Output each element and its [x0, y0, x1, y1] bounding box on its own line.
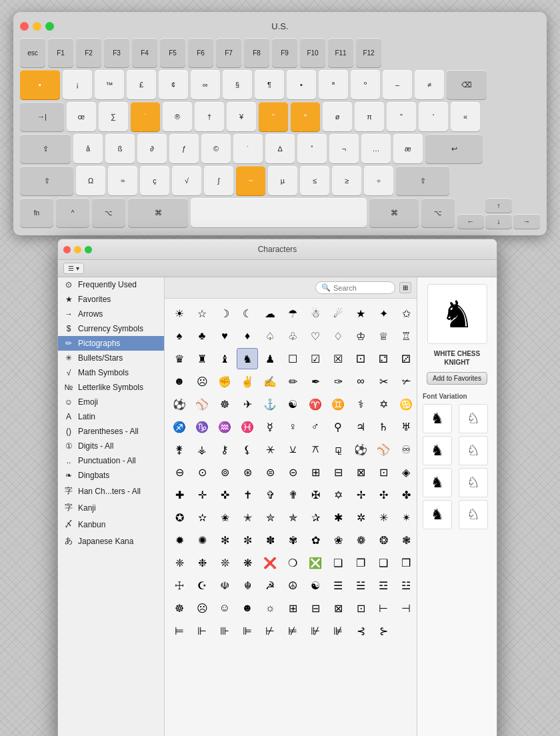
char-cell[interactable]: ❑: [373, 552, 394, 573]
key-space[interactable]: [191, 198, 367, 227]
key-i[interactable]: ^: [291, 102, 320, 131]
char-cell[interactable]: ✫: [191, 507, 213, 528]
char-cell[interactable]: ✤: [395, 484, 417, 505]
key-m[interactable]: µ: [268, 166, 297, 195]
char-cell[interactable]: ☃: [305, 303, 326, 324]
char-cell[interactable]: ⊱: [373, 620, 394, 641]
char-cell[interactable]: ⊚: [214, 461, 235, 483]
char-cell[interactable]: ☐: [282, 348, 303, 369]
char-cell[interactable]: ☯: [282, 393, 303, 415]
key-bracket-l[interactable]: ": [387, 102, 416, 131]
char-cell[interactable]: ✩: [395, 303, 417, 324]
key-7[interactable]: ¶: [255, 70, 284, 99]
char-cell[interactable]: ✛: [191, 484, 213, 505]
char-cell[interactable]: ♢: [327, 325, 349, 347]
char-cell[interactable]: ♃: [350, 416, 371, 437]
char-cell[interactable]: ☸: [214, 393, 235, 415]
key-e[interactable]: ´: [131, 102, 160, 131]
char-cell[interactable]: ⚲: [327, 416, 349, 437]
char-cell[interactable]: ✻: [214, 529, 235, 551]
char-cell[interactable]: ◈: [395, 461, 417, 483]
char-cell[interactable]: ✬: [214, 507, 235, 528]
key-arrow-right[interactable]: →: [513, 214, 540, 229]
char-cell[interactable]: ✲: [350, 507, 371, 528]
search-box[interactable]: 🔍: [315, 281, 395, 294]
char-cell[interactable]: ⊠: [350, 461, 371, 483]
key-shift-r[interactable]: ⇧: [396, 166, 449, 195]
char-cell[interactable]: ♈: [305, 393, 326, 415]
char-cell[interactable]: ⚵: [169, 439, 190, 460]
char-cell[interactable]: ☒: [327, 348, 349, 369]
char-cell[interactable]: ♾: [395, 439, 417, 460]
char-cell[interactable]: ♦: [237, 325, 258, 347]
char-cell[interactable]: ☯: [305, 575, 326, 596]
char-cell[interactable]: ∞: [350, 371, 371, 392]
char-cell[interactable]: ☭: [259, 575, 281, 596]
char-cell[interactable]: ✴: [395, 507, 417, 528]
char-cell[interactable]: ✿: [305, 529, 326, 551]
char-cell[interactable]: ✱: [327, 507, 349, 528]
key-f7[interactable]: F7: [216, 38, 241, 67]
sidebar-item-kanji[interactable]: 字 Kanji: [58, 499, 164, 516]
sidebar-item-emoji[interactable]: ☺ Emoji: [58, 395, 164, 409]
char-cell[interactable]: ♡: [305, 325, 326, 347]
key-tab[interactable]: →|: [20, 102, 64, 131]
key-cmd-l[interactable]: ⌘: [128, 198, 188, 227]
char-cell[interactable]: ✹: [169, 529, 190, 551]
key-6[interactable]: §: [223, 70, 252, 99]
key-esc[interactable]: esc: [20, 38, 45, 67]
key-a[interactable]: å: [73, 134, 103, 163]
key-c[interactable]: ç: [140, 166, 169, 195]
char-cell[interactable]: ☱: [350, 575, 371, 596]
sidebar-item-favorites[interactable]: ★ Favorites: [58, 292, 164, 307]
keyboard-close-button[interactable]: [20, 22, 29, 31]
char-cell[interactable]: ✯: [282, 507, 303, 528]
char-cell[interactable]: ✰: [305, 507, 326, 528]
char-cell[interactable]: ⚂: [395, 348, 417, 369]
char-cell[interactable]: ⊞: [305, 461, 326, 483]
key-u[interactable]: ": [259, 102, 288, 131]
key-v[interactable]: √: [172, 166, 201, 195]
char-cell[interactable]: ⊣: [395, 597, 417, 619]
char-cell[interactable]: ⚹: [259, 439, 281, 460]
char-cell[interactable]: ⊟: [327, 461, 349, 483]
char-cell[interactable]: ❊: [214, 552, 235, 573]
key-d[interactable]: ∂: [137, 134, 167, 163]
key-comma[interactable]: ≤: [300, 166, 329, 195]
key-r[interactable]: ®: [163, 102, 192, 131]
key-equals[interactable]: ≠: [415, 70, 444, 99]
key-backslash[interactable]: «: [451, 102, 480, 131]
char-cell[interactable]: ☮: [282, 575, 303, 596]
char-cell[interactable]: ⚕: [350, 393, 371, 415]
font-var-2[interactable]: ♘: [459, 404, 488, 433]
char-cell[interactable]: ♤: [259, 325, 281, 347]
key-arrow-up[interactable]: ↑: [485, 198, 512, 213]
char-cell[interactable]: ☽: [214, 303, 235, 324]
key-0[interactable]: º: [351, 70, 380, 99]
key-grave[interactable]: ▪: [20, 70, 60, 99]
key-period[interactable]: ≥: [332, 166, 361, 195]
font-var-7[interactable]: ♞: [423, 500, 452, 529]
char-cell[interactable]: ♂: [305, 416, 326, 437]
char-cell[interactable]: ✂: [373, 371, 394, 392]
char-cell[interactable]: ♒: [214, 416, 235, 437]
char-cell[interactable]: ✺: [191, 529, 213, 551]
key-g[interactable]: ©: [201, 134, 231, 163]
char-cell[interactable]: ♜: [191, 348, 213, 369]
key-cmd-r[interactable]: ⌘: [369, 198, 419, 227]
key-arrow-down[interactable]: ↓: [485, 214, 512, 229]
font-var-4[interactable]: ♘: [459, 436, 488, 465]
key-f1[interactable]: F1: [48, 38, 73, 67]
char-cell[interactable]: ❋: [237, 552, 258, 573]
char-cell[interactable]: ⊞: [282, 597, 303, 619]
char-cell[interactable]: ☿: [259, 416, 281, 437]
char-cell[interactable]: ⚶: [191, 439, 213, 460]
char-cell[interactable]: ⊨: [169, 620, 190, 641]
char-cell[interactable]: ⊫: [237, 620, 258, 641]
char-cell[interactable]: ♅: [395, 416, 417, 437]
key-s[interactable]: ß: [105, 134, 135, 163]
list-view-button[interactable]: ⊞: [399, 282, 411, 293]
key-5[interactable]: ∞: [191, 70, 220, 99]
key-h[interactable]: ˙: [233, 134, 263, 163]
key-l[interactable]: ¬: [329, 134, 359, 163]
